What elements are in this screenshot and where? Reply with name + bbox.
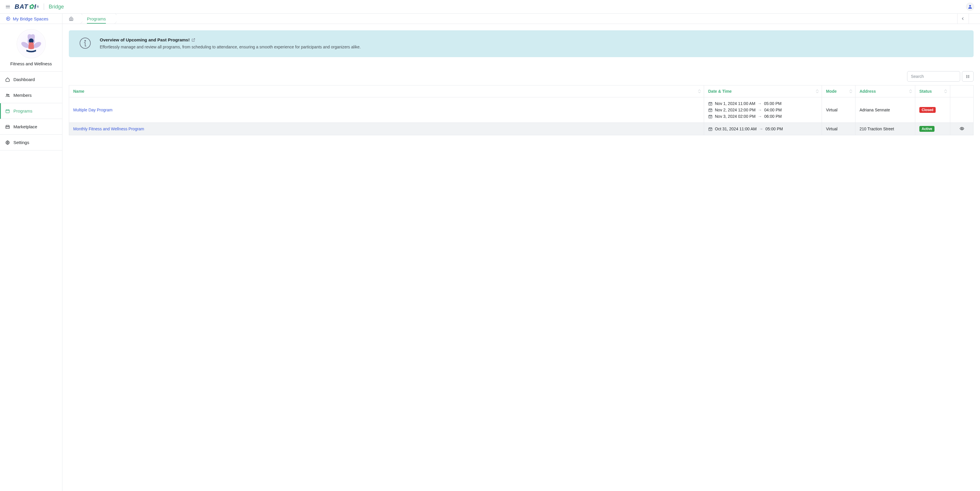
info-icon (80, 37, 91, 49)
sidebar-item-label: Marketplace (13, 124, 37, 129)
back-link[interactable]: My Bridge Spaces (0, 14, 62, 24)
sidebar-item-members[interactable]: Members (0, 87, 62, 103)
cell-actions (950, 123, 974, 135)
session-start: Nov 2, 2024 12:00 PM (715, 108, 756, 112)
store-icon (5, 124, 10, 129)
cell-name: Monthly Fitness and Wellness Program (69, 123, 704, 135)
leaf-icon: ✿ (29, 3, 34, 11)
hamburger-icon[interactable] (6, 5, 10, 8)
svg-point-15 (966, 77, 967, 78)
svg-point-12 (85, 41, 86, 41)
col-actions (950, 86, 974, 97)
sidebar-item-label: Dashboard (13, 77, 35, 82)
table-row: Multiple Day ProgramNov 1, 2024 11:00 AM… (69, 97, 974, 123)
cell-status: Active (915, 123, 950, 135)
main-content: Overview of Upcoming and Past Programs! … (62, 24, 980, 491)
svg-rect-19 (709, 102, 712, 105)
calendar-check-icon (708, 102, 713, 106)
sidebar-item-settings[interactable]: Settings (0, 135, 62, 151)
sidebar-item-programs[interactable]: Programs (0, 103, 62, 119)
arrow-right-icon: → (758, 114, 762, 119)
calendar-check-icon (708, 127, 713, 131)
sort-icon[interactable] (944, 89, 947, 93)
cell-name: Multiple Day Program (69, 97, 704, 123)
session-end: 04:00 PM (764, 108, 782, 112)
cell-mode: Virtual (822, 123, 856, 135)
breadcrumb-bar: My Bridge Spaces Programs (0, 14, 980, 24)
session-start: Oct 31, 2024 11:00 AM (715, 127, 757, 131)
logo-text: BAT (14, 3, 28, 11)
space-header: Fitness and Wellness (0, 24, 62, 72)
sort-icon[interactable] (909, 89, 912, 93)
sort-icon[interactable] (850, 89, 852, 93)
svg-point-8 (8, 94, 9, 95)
session-line: Nov 3, 2024 02:00 PM→06:00 PM (708, 113, 818, 119)
cell-datetime: Oct 31, 2024 11:00 AM→05:00 PM (704, 123, 822, 135)
sidebar-item-label: Settings (13, 140, 29, 145)
breadcrumb: Programs (62, 14, 957, 24)
divider (44, 3, 44, 10)
space-name: Fitness and Wellness (3, 61, 59, 66)
yoga-icon (19, 32, 43, 56)
session-end: 05:00 PM (765, 127, 783, 131)
gear-icon (5, 140, 10, 145)
status-badge: Active (920, 126, 934, 132)
svg-rect-9 (6, 110, 10, 113)
calendar-check-icon (708, 108, 713, 112)
session-start: Nov 1, 2024 11:00 AM (715, 101, 756, 106)
sort-icon[interactable] (698, 89, 701, 93)
session-end: 05:00 PM (764, 101, 782, 106)
search-input[interactable] (907, 71, 960, 82)
programs-table: Name Date & Time Mode Address Status Mul… (69, 85, 974, 135)
space-avatar (17, 29, 46, 58)
svg-point-23 (961, 128, 963, 129)
svg-point-13 (966, 75, 967, 76)
svg-point-10 (7, 142, 8, 143)
status-badge: Closed (920, 107, 935, 113)
col-name[interactable]: Name (69, 86, 704, 97)
cell-address: 210 Traction Street (856, 123, 915, 135)
col-address[interactable]: Address (856, 86, 915, 97)
breadcrumb-label: Programs (87, 16, 106, 21)
calendar-icon (5, 109, 10, 113)
sidebar: Fitness and Wellness Dashboard Members P… (0, 24, 62, 491)
panel-toggle-2[interactable] (969, 14, 980, 24)
sort-icon[interactable] (816, 89, 819, 93)
session-line: Oct 31, 2024 11:00 AM→05:00 PM (708, 126, 818, 132)
col-mode[interactable]: Mode (822, 86, 856, 97)
sidebar-item-dashboard[interactable]: Dashboard (0, 72, 62, 87)
brand-subtitle[interactable]: Bridge (49, 4, 64, 10)
session-start: Nov 3, 2024 02:00 PM (715, 114, 756, 119)
cell-datetime: Nov 1, 2024 11:00 AM→05:00 PMNov 2, 2024… (704, 97, 822, 123)
arrow-right-icon: → (758, 108, 762, 112)
svg-rect-20 (709, 109, 712, 112)
svg-point-14 (966, 76, 967, 76)
topbar: BAT✿I® Bridge (0, 0, 980, 14)
info-banner: Overview of Upcoming and Past Programs! … (69, 30, 974, 57)
users-icon (5, 93, 10, 98)
session-line: Nov 2, 2024 12:00 PM→04:00 PM (708, 107, 818, 113)
svg-point-7 (6, 94, 8, 95)
table-row: Monthly Fitness and Wellness ProgramOct … (69, 123, 974, 135)
breadcrumb-home[interactable] (62, 14, 80, 24)
arrow-left-circle-icon (6, 16, 11, 21)
chevron-left-icon (962, 17, 964, 20)
sidebar-item-marketplace[interactable]: Marketplace (0, 119, 62, 135)
svg-rect-21 (709, 115, 712, 118)
list-icon (966, 74, 970, 79)
col-status[interactable]: Status (915, 86, 950, 97)
program-link[interactable]: Monthly Fitness and Wellness Program (73, 127, 144, 131)
external-link-icon[interactable] (191, 38, 196, 42)
cell-mode: Virtual (822, 97, 856, 123)
col-datetime[interactable]: Date & Time (704, 86, 822, 97)
info-title: Overview of Upcoming and Past Programs! (100, 37, 196, 42)
view-button[interactable] (959, 127, 964, 132)
user-avatar[interactable] (966, 3, 974, 11)
program-link[interactable]: Multiple Day Program (73, 108, 113, 112)
breadcrumb-programs[interactable]: Programs (80, 14, 114, 24)
panel-toggle[interactable] (957, 14, 969, 24)
svg-point-0 (969, 5, 971, 7)
arrow-right-icon: → (759, 127, 763, 131)
logo[interactable]: BAT✿I® (14, 3, 39, 11)
list-view-button[interactable] (962, 71, 974, 82)
